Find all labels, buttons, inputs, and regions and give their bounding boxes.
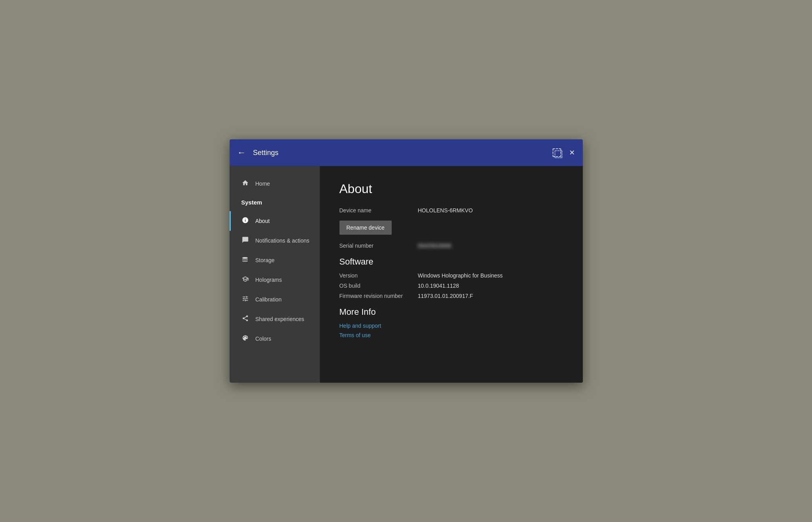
more-info-heading: More Info bbox=[339, 307, 563, 317]
sidebar-item-home[interactable]: Home bbox=[230, 174, 320, 193]
version-value: Windows Holographic for Business bbox=[418, 272, 503, 279]
firmware-value: 11973.01.01.200917.F bbox=[418, 293, 473, 299]
shared-icon bbox=[241, 315, 249, 323]
sidebar-colors-label: Colors bbox=[255, 336, 271, 342]
sidebar-about-label: About bbox=[255, 218, 270, 224]
os-build-value: 10.0.19041.1128 bbox=[418, 283, 459, 289]
firmware-label: Firmware revision number bbox=[339, 293, 418, 299]
os-build-row: OS build 10.0.19041.1128 bbox=[339, 283, 563, 289]
main-content: About Device name HOLOLENS-6RMKVO Rename… bbox=[320, 166, 583, 383]
sidebar-calibration-label: Calibration bbox=[255, 296, 282, 303]
version-row: Version Windows Holographic for Business bbox=[339, 272, 563, 279]
terms-of-use-link[interactable]: Terms of use bbox=[339, 332, 563, 338]
colors-icon bbox=[241, 334, 249, 343]
page-title: About bbox=[339, 182, 563, 196]
sidebar-item-notifications[interactable]: Notifications & actions bbox=[230, 231, 320, 250]
titlebar: ← Settings ✕ bbox=[230, 139, 583, 166]
sidebar-item-about[interactable]: About bbox=[230, 211, 320, 231]
sidebar-home-label: Home bbox=[255, 181, 270, 187]
holograms-icon bbox=[241, 276, 249, 284]
rename-device-button[interactable]: Rename device bbox=[339, 221, 392, 235]
sidebar-item-calibration[interactable]: Calibration bbox=[230, 290, 320, 309]
content-area: Home System About Notificat bbox=[230, 166, 583, 383]
os-build-label: OS build bbox=[339, 283, 418, 289]
sidebar-item-shared[interactable]: Shared experiences bbox=[230, 309, 320, 329]
window-title: Settings bbox=[253, 149, 553, 157]
notifications-icon bbox=[241, 236, 249, 245]
titlebar-controls: ✕ bbox=[553, 148, 575, 157]
sidebar-storage-label: Storage bbox=[255, 257, 275, 263]
device-name-value: HOLOLENS-6RMKVO bbox=[418, 207, 473, 214]
close-button[interactable]: ✕ bbox=[569, 148, 575, 157]
software-heading: Software bbox=[339, 257, 563, 267]
device-name-row: Device name HOLOLENS-6RMKVO bbox=[339, 207, 563, 214]
sidebar-system-label: System bbox=[230, 193, 320, 211]
serial-number-value: 00425919006 bbox=[418, 243, 452, 249]
back-button[interactable]: ← bbox=[237, 148, 246, 157]
device-name-label: Device name bbox=[339, 207, 418, 214]
snap-icon[interactable] bbox=[553, 148, 561, 157]
sidebar-item-colors[interactable]: Colors bbox=[230, 329, 320, 349]
sidebar-item-storage[interactable]: Storage bbox=[230, 250, 320, 270]
serial-number-row: Serial number 00425919006 bbox=[339, 243, 563, 249]
firmware-row: Firmware revision number 11973.01.01.200… bbox=[339, 293, 563, 299]
help-support-link[interactable]: Help and support bbox=[339, 323, 563, 329]
home-icon bbox=[241, 179, 249, 188]
sidebar-shared-label: Shared experiences bbox=[255, 316, 305, 322]
sidebar: Home System About Notificat bbox=[230, 166, 320, 383]
serial-number-label: Serial number bbox=[339, 243, 418, 249]
sidebar-item-holograms[interactable]: Holograms bbox=[230, 270, 320, 290]
calibration-icon bbox=[241, 295, 249, 304]
about-icon bbox=[241, 217, 249, 225]
version-label: Version bbox=[339, 272, 418, 279]
sidebar-holograms-label: Holograms bbox=[255, 277, 282, 283]
sidebar-notifications-label: Notifications & actions bbox=[255, 237, 310, 244]
storage-icon bbox=[241, 256, 249, 265]
settings-window: ← Settings ✕ Home System bbox=[230, 139, 583, 383]
